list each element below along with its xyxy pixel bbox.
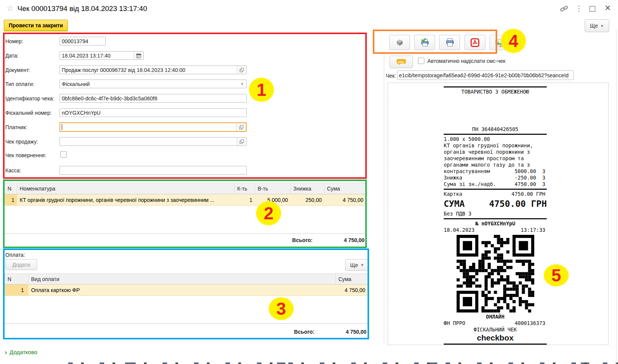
col-discount[interactable]: Знижка (291, 183, 324, 194)
typ-oplaty-label: Тип оплати: (5, 81, 34, 87)
receipt-line: органів черевної порожнини з (444, 149, 547, 155)
auto-sms-label: Автоматично надіслати смс-чек (427, 58, 505, 64)
open-icon[interactable] (237, 66, 246, 74)
annotation-circle-3: 3 (269, 297, 294, 320)
dokument-field[interactable]: Продаж послуг 000096732 від 18.04.2023 1… (59, 66, 247, 74)
kassa-field[interactable] (59, 166, 247, 175)
col-n[interactable]: N (5, 273, 28, 284)
link-icon[interactable] (560, 5, 569, 12)
panel-splitter[interactable] (384, 53, 384, 343)
receipt-total-line: СУМА4750.00 ГРН (444, 198, 547, 210)
cell-type[interactable]: Оплата карткою ФР (28, 284, 336, 296)
payments-table-header: N Вид оплати Сума (5, 273, 368, 284)
cell-discount[interactable]: 250,00 (291, 194, 324, 206)
sms-icon: sms (396, 59, 406, 66)
identyfikator-field[interactable]: 0bfc88e0-dc6c-4f7e-b9dc-3bd3c5a060f8 (59, 94, 247, 103)
cell-sum[interactable]: 4 750,00 (324, 194, 366, 206)
payments-total-row: Всього: 4 750,00 (5, 327, 368, 337)
more-vertical-icon[interactable]: ⋮ (576, 5, 582, 13)
send-sms-button[interactable]: sms (390, 56, 413, 68)
receipt-line: органами малого тазу до та з (444, 162, 547, 168)
col-vyd-oplaty[interactable]: Вид оплати (28, 273, 336, 284)
payments-more-button[interactable]: Ще▼ (345, 259, 369, 271)
nomer-field[interactable]: 000013794 (59, 37, 106, 45)
post-and-close-button[interactable]: Провести та закрити (4, 20, 68, 31)
auto-sms-checkbox[interactable] (418, 58, 424, 64)
cell-price[interactable]: 5 000,00 (255, 194, 291, 206)
col-price[interactable]: В-ть (255, 183, 291, 194)
col-sum[interactable]: Сума (324, 183, 366, 194)
dodatkovo-link[interactable]: › Додатково (5, 349, 38, 355)
chevron-down-icon: ▼ (360, 263, 364, 267)
items-table-row[interactable]: 1 КТ органів грудної порожнини, органів … (5, 194, 366, 206)
chek-url-value: e1cib/tempstorage/fa65ea62-699d-4026-91e… (397, 72, 570, 78)
receipt-line: Сума зі зн./надб. 4750.00 З (444, 181, 547, 187)
fiscal-device-icon (395, 38, 405, 47)
chek-povernennia-label: Чек повернення: (5, 152, 46, 158)
annotation-box-red-form (3, 33, 367, 179)
typ-oplaty-value: Фіскальний (60, 81, 238, 87)
close-icon[interactable]: × (603, 3, 612, 13)
receipt-line: № nOYGXCHnYpU (444, 220, 547, 227)
fiskalnyi-nomer-field[interactable]: nOYGXCHnYpU (59, 108, 247, 117)
cell-name[interactable]: КТ органів грудної порожнини, органів че… (17, 194, 235, 206)
dokument-label: Документ: (5, 67, 30, 73)
chek-url-label: Чек: (386, 73, 396, 79)
cell-qty[interactable]: 1 (235, 194, 255, 206)
col-qty[interactable]: К-ть (235, 183, 255, 194)
data-label: Дата: (5, 53, 19, 59)
save-png-button[interactable]: png (490, 35, 510, 50)
items-table: N Номенклатура К-ть В-ть Знижка Сума 1 К… (5, 183, 366, 206)
chek-prodazhu-field[interactable] (59, 137, 247, 146)
data-field[interactable]: 18.04.2023 13:17:40 (59, 51, 144, 60)
receipt-line: 1.000 x 5000.00 (444, 136, 547, 142)
items-table-header: N Номенклатура К-ть В-ть Знижка Сума (5, 183, 366, 194)
payments-total-value: 4 750,00 (330, 329, 368, 335)
cell-n[interactable]: 1 (5, 284, 28, 296)
open-icon-svg (239, 68, 244, 72)
chek-url-input[interactable]: e1cib/tempstorage/fa65ea62-699d-4026-91e… (397, 70, 574, 80)
print-button[interactable] (439, 35, 460, 50)
cell-n[interactable]: 1 (5, 194, 17, 206)
receipt-preview-panel[interactable]: ТОВАРИСТВО З ОБМЕЖЕНОЮПН 3648404265051.0… (388, 83, 609, 345)
open-icon[interactable] (237, 137, 246, 145)
nomer-value: 000013794 (60, 38, 105, 44)
save-pdf-button[interactable] (465, 35, 485, 50)
print-icon (444, 37, 455, 47)
open-icon[interactable] (236, 123, 246, 131)
receipt-line: ФІСКАЛЬНИЙ ЧЕК (444, 327, 547, 333)
platnyk-field[interactable] (59, 122, 247, 132)
favorite-star-icon[interactable]: ☆ (6, 4, 14, 13)
typ-oplaty-select[interactable]: Фіскальний ▼ (59, 80, 247, 88)
col-sum[interactable]: Сума (336, 273, 368, 284)
receipt-rule (444, 344, 547, 345)
kassa-label: Касса: (5, 167, 21, 173)
payments-table-row[interactable]: 1 Оплата карткою ФР 4 750,00 (5, 284, 368, 296)
cell-sum[interactable]: 4 750,00 (336, 284, 368, 296)
chek-povernennia-checkbox[interactable] (60, 151, 67, 158)
col-n[interactable]: N (5, 183, 17, 194)
print-receipt-button[interactable] (414, 35, 435, 50)
items-total-row: Всього: 4 750,00 (5, 233, 366, 247)
receipt-line: контрастуванням 5000.00 З (444, 168, 547, 175)
calendar-icon[interactable] (134, 52, 143, 59)
receipt-rule (444, 134, 547, 135)
chevron-down-icon[interactable]: ▼ (238, 80, 246, 88)
link-icon-svg (560, 5, 568, 12)
dokument-value: Продаж послуг 000096732 від 18.04.2023 1… (60, 67, 237, 73)
receipt-spacer (444, 95, 547, 126)
fiscal-device-button[interactable] (389, 35, 410, 50)
open-icon-svg (239, 139, 244, 144)
page-title: Чек 000013794 від 18.04.2023 13:17:40 (17, 4, 147, 14)
platnyk-label: Платник: (5, 124, 27, 130)
receipt-line: Картка 4750.00 ГРН (444, 191, 547, 197)
maximize-icon[interactable] (590, 6, 595, 12)
more-button-top[interactable]: Ще▼ (585, 19, 609, 32)
add-payment-button[interactable]: Додати (5, 259, 37, 270)
items-total-value: 4 750,00 (329, 237, 366, 243)
pdf-icon (470, 38, 480, 47)
col-nomenклатура[interactable]: Номенклатура (17, 183, 235, 194)
payments-table-bottom-border (5, 323, 368, 324)
receipt-rule (444, 218, 547, 219)
calendar-icon-svg (136, 53, 141, 58)
